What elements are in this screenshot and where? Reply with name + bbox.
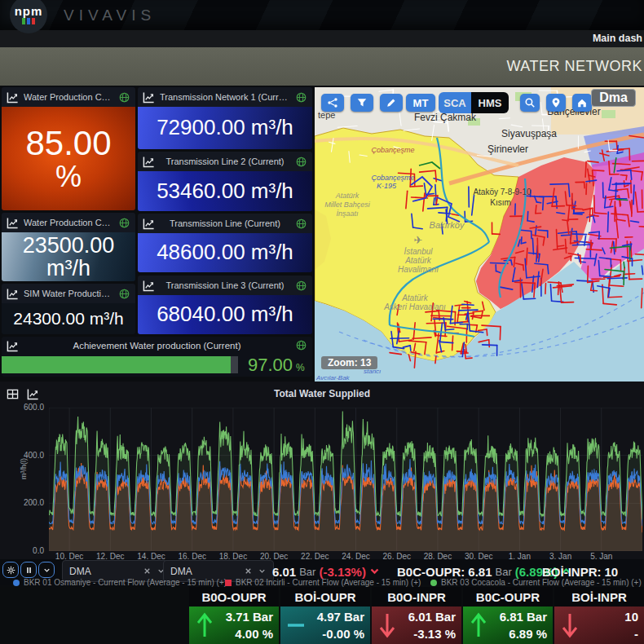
panel-header: Transmission Line 3 (Current) [138, 276, 312, 295]
panel-header: Transmission Network 1 (Current) [138, 87, 312, 107]
kpi-panel-transmission-line-2[interactable]: Transmission Line 2 (Current) 53460.00 m… [138, 152, 312, 211]
locate-button[interactable] [546, 94, 566, 112]
panel-header: Water Production Cap... [2, 213, 135, 232]
svg-text:Siyavuşpaşa: Siyavuşpaşa [501, 128, 557, 139]
map-pin-icon [550, 97, 562, 108]
pause-button[interactable] [20, 562, 37, 578]
chevron-down-icon[interactable] [258, 567, 267, 576]
panel-title: Transmission Line 2 (Current) [160, 157, 290, 166]
svg-text:Çobançeşme: Çobançeşme [371, 146, 414, 154]
kpi-value: 53460.00 m³/h [138, 171, 312, 211]
network-map[interactable]: tepeFevzi ÇakmakSiyavuşpaşaŞirinevlerBah… [315, 87, 644, 382]
dma-layer-label[interactable]: Dma [591, 89, 636, 107]
svg-text:Atatürk: Atatürk [404, 256, 432, 265]
y-axis-label: m³/h(l) [20, 458, 28, 479]
kpi-panel-water-production-capacity-pct[interactable]: Water Production Cap... 85.00 % [2, 87, 135, 210]
globe-icon[interactable] [295, 339, 307, 351]
svg-text:Millet Bahçesi: Millet Bahçesi [324, 201, 371, 209]
trend-down-icon [554, 611, 585, 639]
kpi-panel-sim-water-production[interactable]: SIM Water Production (... 24300.00 m³/h [2, 284, 135, 334]
panel-title: Transmission Line (Current) [160, 218, 290, 228]
card-value: 3.71 Bar [226, 608, 273, 625]
achievement-panel[interactable]: Achievement Water production (Current) 9… [2, 337, 312, 377]
panel-title: Achievement Water production (Current) [2, 341, 312, 351]
home-icon [576, 97, 588, 108]
kpi-panel-transmission-line-3[interactable]: Transmission Line 3 (Current) 68040.00 m… [138, 276, 312, 334]
globe-icon[interactable] [295, 156, 307, 168]
kpi-panel-transmission-network-1[interactable]: Transmission Network 1 (Current) 72900.0… [138, 87, 312, 149]
filter-button[interactable] [351, 94, 373, 112]
pressure-card-b0o-inpr[interactable]: B0O-INPR 6.01 Bar-3.13 % [372, 587, 461, 644]
share-button[interactable] [321, 94, 344, 112]
legend-item[interactable]: BKR 01 Osmaniye - Current Flow (Average … [13, 578, 227, 587]
chevron-down-icon [42, 566, 51, 575]
collapse-button[interactable] [38, 562, 55, 578]
card-title: BOİ-INPR [554, 587, 644, 607]
panel-title: Transmission Network 1 (Current) [160, 92, 290, 102]
panel-header: SIM Water Production (... [2, 284, 135, 303]
mt-label: MT [413, 97, 429, 109]
svg-text:Askeri Havaalanı: Askeri Havaalanı [383, 302, 446, 311]
pressure-card-b0o-oupr[interactable]: B0O-OUPR 3.71 Bar4.00 % [189, 587, 279, 644]
kpi-value: 48600.00 m³/h [138, 233, 312, 272]
brand-name: VIVAVIS [64, 7, 156, 24]
chart-icon [143, 156, 155, 168]
menu-item-main-dashboard[interactable]: Main dash [593, 33, 642, 44]
globe-icon[interactable] [118, 217, 130, 229]
map-canvas: tepeFevzi ÇakmakSiyavuşpaşaŞirinevlerBah… [315, 87, 644, 382]
card-value: 6.81 Bar [500, 608, 547, 625]
legend-label: BKR 03 Cocacola - Current Flow (Average … [441, 578, 642, 587]
brand-logo-bars [22, 18, 35, 24]
kpi-value: 23500.00 m³/h [2, 232, 135, 281]
page-header: WATER NETWORK [0, 47, 644, 86]
panel-title: Transmission Line 3 (Current) [160, 280, 290, 290]
legend-item[interactable]: BKR 02 İncirli - Current Flow (Average -… [225, 578, 421, 587]
svg-text:Atatürk: Atatürk [335, 192, 359, 200]
pressure-card-boi-inpr[interactable]: BOİ-INPR 10- [554, 587, 644, 644]
legend-label: BKR 01 Osmaniye - Current Flow (Average … [24, 578, 227, 587]
clear-icon[interactable] [244, 567, 253, 576]
toggle-hms[interactable]: HMS [471, 92, 509, 113]
legend-item[interactable]: BKR 03 Cocacola - Current Flow (Average … [430, 578, 642, 587]
kpi-value: 72900.00 m³/h [138, 107, 312, 149]
y-tick-label: 600.0 [2, 403, 44, 412]
globe-icon[interactable] [295, 218, 307, 230]
mt-button[interactable]: MT [406, 94, 435, 112]
trend-down-icon [369, 564, 380, 579]
card-title: BOİ-OUPR [280, 587, 370, 607]
search-icon [524, 97, 536, 108]
clear-icon[interactable] [143, 567, 152, 576]
globe-icon[interactable] [118, 91, 130, 104]
dma-select-value: DMA [170, 566, 239, 577]
settings-button[interactable] [2, 562, 19, 578]
globe-icon[interactable] [295, 280, 307, 292]
globe-icon[interactable] [295, 91, 307, 104]
search-button[interactable] [520, 94, 540, 112]
pressure-card-b0c-oupr[interactable]: B0C-OUPR 6.81 Bar6.89 % [463, 587, 553, 644]
kpi-panel-transmission-line[interactable]: Transmission Line (Current) 48600.00 m³/… [138, 214, 312, 272]
card-title: B0O-OUPR [189, 587, 279, 607]
kpi-panel-water-production-capacity-flow[interactable]: Water Production Cap... 23500.00 m³/h [2, 213, 135, 281]
chart-plot[interactable] [49, 408, 642, 551]
svg-text:Kısım: Kısım [490, 198, 511, 207]
pressure-card-boi-oupr[interactable]: BOİ-OUPR 4.97 Bar-0.00 % [280, 587, 370, 644]
globe-icon[interactable] [118, 288, 130, 300]
home-button[interactable] [572, 94, 592, 112]
kpi-cards-row: B0O-OUPR 3.71 Bar4.00 % BOİ-OUPR 4.97 Ba… [0, 587, 644, 644]
svg-text:Avcılar-Bak: Avcılar-Bak [315, 374, 351, 382]
panel-title: Water Production Cap... [24, 218, 113, 227]
menu-bar: Main dash [0, 30, 644, 48]
svg-text:Ataköy 7-8-9-10: Ataköy 7-8-9-10 [473, 187, 532, 196]
draw-button[interactable] [380, 94, 403, 112]
panel-header: Water Production Cap... [2, 87, 135, 107]
panel-header: Transmission Line (Current) [138, 214, 312, 233]
card-change: 4.00 % [235, 625, 273, 642]
gear-icon [7, 566, 15, 575]
toggle-sca[interactable]: SCA [439, 92, 471, 113]
trend-up-icon [189, 611, 220, 639]
pause-icon [24, 566, 33, 575]
page-title: WATER NETWORK [507, 58, 643, 75]
kpi-value: 85.00 % [2, 107, 135, 210]
dashboard-root: npm VIVAVIS Main dash WATER NETWORK Wate… [0, 0, 644, 644]
card-change: -0.00 % [322, 625, 364, 642]
